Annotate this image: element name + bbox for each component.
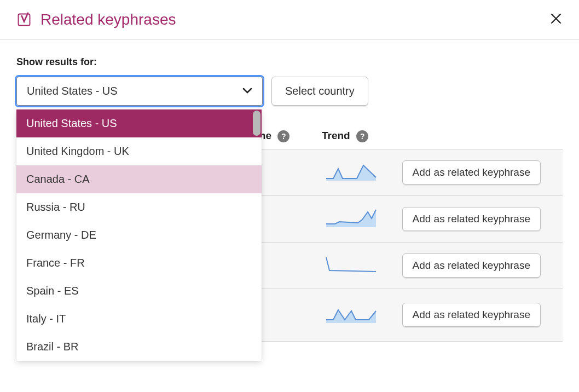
add-keyphrase-button[interactable]: Add as related keyphrase: [402, 303, 541, 327]
column-trend: Trend ?: [317, 123, 394, 149]
filter-label: Show results for:: [16, 56, 563, 68]
column-action: [394, 123, 563, 149]
dropdown-option[interactable]: France - FR: [16, 249, 262, 277]
yoast-logo-icon: [16, 12, 32, 27]
page-title: Related keyphrases: [40, 11, 549, 28]
dropdown-option[interactable]: Russia - RU: [16, 193, 262, 221]
dropdown-option[interactable]: Italy - IT: [16, 305, 262, 333]
dropdown-option[interactable]: Germany - DE: [16, 221, 262, 249]
dropdown-option[interactable]: Brazil - BR: [16, 333, 262, 361]
dropdown-option[interactable]: United Kingdom - UK: [16, 137, 262, 165]
help-icon[interactable]: ?: [277, 130, 290, 142]
add-keyphrase-button[interactable]: Add as related keyphrase: [402, 253, 541, 278]
dropdown-option[interactable]: Spain - ES: [16, 277, 262, 305]
trend-cell: [317, 289, 394, 342]
dropdown-option[interactable]: United States - US: [16, 109, 262, 137]
add-keyphrase-button[interactable]: Add as related keyphrase: [402, 207, 541, 231]
trend-cell: [317, 149, 394, 196]
dropdown-scrollbar[interactable]: [253, 111, 260, 136]
chevron-down-icon: [242, 87, 252, 96]
dropdown-option[interactable]: Canada - CA: [16, 165, 262, 193]
country-dropdown: United States - USUnited Kingdom - UKCan…: [16, 109, 262, 361]
add-keyphrase-button[interactable]: Add as related keyphrase: [402, 160, 541, 185]
trend-cell: [317, 196, 394, 243]
country-select[interactable]: United States - US: [16, 77, 263, 106]
trend-cell: [317, 243, 394, 289]
svg-rect-0: [19, 14, 30, 26]
country-select-value: United States - US: [27, 85, 118, 97]
help-icon[interactable]: ?: [356, 130, 368, 142]
select-country-button[interactable]: Select country: [271, 77, 368, 106]
close-icon[interactable]: [549, 12, 563, 28]
